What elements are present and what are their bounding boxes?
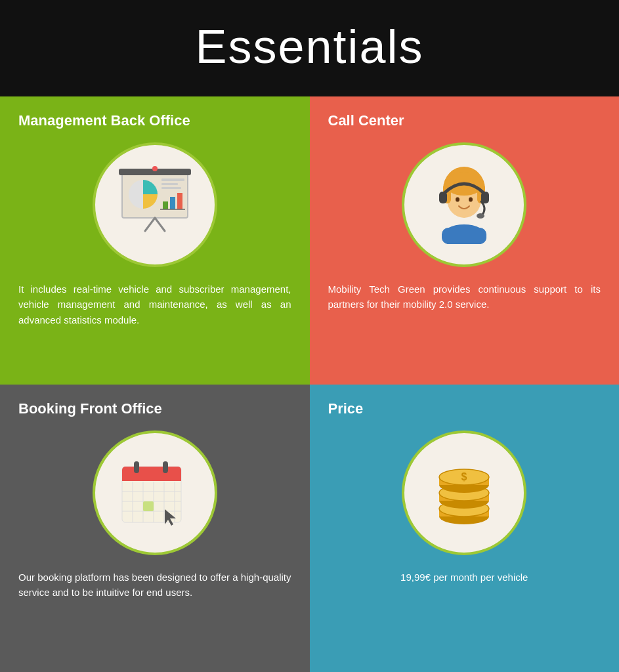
headset-icon: [425, 165, 503, 244]
svg-line-1: [145, 218, 155, 231]
svg-rect-6: [170, 197, 175, 209]
chart-icon: [116, 165, 194, 244]
svg-rect-9: [161, 178, 184, 181]
svg-point-12: [152, 166, 158, 171]
coins-icon: $: [425, 453, 503, 532]
svg-point-19: [469, 198, 473, 202]
price-title: Price: [328, 400, 364, 417]
svg-rect-28: [134, 461, 139, 473]
price-description: 19,99€ per month per vehicle: [328, 570, 601, 585]
management-icon-circle: [93, 142, 217, 267]
management-title: Management Back Office: [18, 112, 190, 129]
page-title: Essentials: [13, 20, 606, 74]
booking-title: Booking Front Office: [18, 400, 162, 417]
svg-text:$: $: [461, 471, 467, 482]
callcenter-icon-circle: [402, 142, 526, 267]
callcenter-title: Call Center: [328, 112, 404, 129]
calendar-icon: [116, 453, 194, 532]
price-icon-circle: $: [402, 430, 526, 555]
svg-rect-38: [143, 501, 154, 511]
svg-rect-5: [163, 201, 168, 209]
svg-rect-27: [122, 474, 181, 481]
callcenter-quadrant: Call Center: [310, 96, 620, 385]
management-description: It includes real-time vehicle and subscr…: [18, 282, 291, 327]
callcenter-description: Mobility Tech Green provides continuous …: [328, 282, 601, 312]
header: Essentials: [0, 0, 619, 96]
svg-rect-29: [163, 461, 168, 473]
booking-icon-circle: [93, 430, 217, 555]
booking-description: Our booking platform has been designed t…: [18, 570, 291, 600]
management-quadrant: Management Back Office: [0, 96, 310, 385]
svg-rect-11: [161, 187, 181, 189]
price-quadrant: Price $: [310, 385, 620, 673]
svg-rect-20: [439, 192, 447, 203]
svg-point-18: [456, 198, 459, 202]
svg-point-22: [477, 213, 484, 219]
svg-rect-10: [161, 183, 178, 185]
svg-line-2: [155, 218, 165, 231]
svg-rect-24: [442, 228, 486, 244]
content-grid: Management Back Office: [0, 96, 619, 672]
svg-rect-7: [177, 193, 182, 209]
booking-quadrant: Booking Front Office: [0, 385, 310, 673]
